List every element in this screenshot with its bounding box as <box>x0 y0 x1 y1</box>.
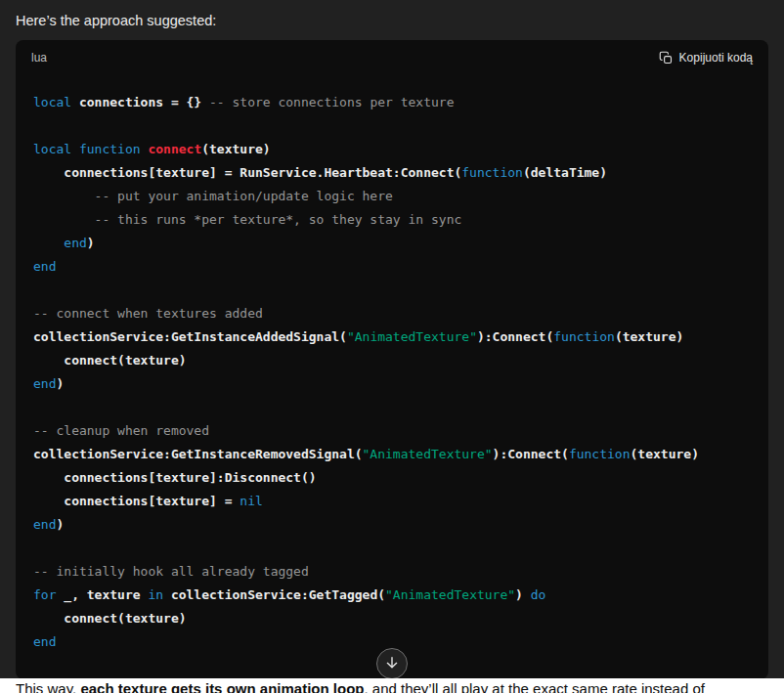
code-content: local connections = {} -- store connecti… <box>16 75 768 679</box>
scroll-to-bottom-button[interactable] <box>376 648 408 679</box>
bottom-message-strip: This way, each texture gets its own anim… <box>0 678 784 693</box>
code-line: -- this runs *per texture*, so they stay… <box>33 208 751 232</box>
code-line: end) <box>33 513 751 537</box>
code-line: -- connect when textures added <box>33 302 751 325</box>
code-line: connections[texture] = RunService.Heartb… <box>33 161 751 185</box>
code-line: -- put your animation/update logic here <box>33 185 751 208</box>
code-line: end <box>33 255 751 279</box>
code-line: -- initially hook all already tagged <box>33 560 751 584</box>
code-line: connect(texture) <box>33 349 751 372</box>
copy-code-button[interactable]: Kopijuoti kodą <box>659 50 753 65</box>
code-line <box>33 279 751 302</box>
code-line: connections[texture]:Disconnect() <box>33 466 751 490</box>
code-block: lua Kopijuoti kodą local connections = {… <box>16 40 768 679</box>
code-line: collectionService:GetInstanceRemovedSign… <box>33 443 751 466</box>
code-line: connect(texture) <box>33 607 751 630</box>
code-line: local connections = {} -- store connecti… <box>33 91 751 114</box>
code-line: end) <box>33 232 751 255</box>
intro-text: Here’s the approach suggested: <box>0 0 784 40</box>
code-line <box>33 396 751 419</box>
code-line <box>33 114 751 138</box>
code-block-header: lua Kopijuoti kodą <box>16 40 768 75</box>
code-line: connections[texture] = nil <box>33 490 751 513</box>
arrow-down-icon <box>384 655 400 673</box>
code-line: -- cleanup when removed <box>33 419 751 443</box>
code-line: for _, texture in collectionService:GetT… <box>33 584 751 607</box>
copy-icon <box>659 51 674 65</box>
code-line <box>33 537 751 560</box>
code-line: collectionService:GetInstanceAddedSignal… <box>33 325 751 349</box>
code-line: local function connect(texture) <box>33 138 751 161</box>
copy-code-label: Kopijuoti kodą <box>679 50 753 65</box>
code-line: end) <box>33 372 751 396</box>
code-language-label: lua <box>31 50 47 65</box>
bottom-text: This way, each texture gets its own anim… <box>16 679 705 693</box>
